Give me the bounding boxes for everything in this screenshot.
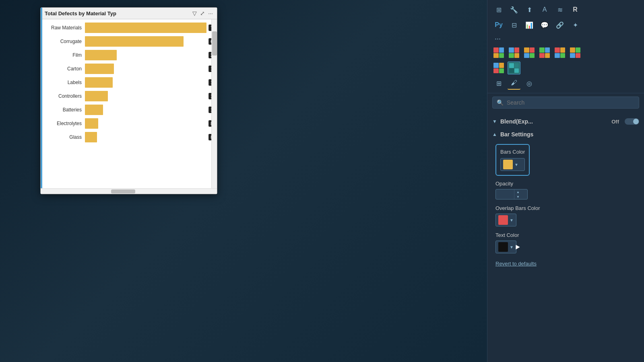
toolbar-icon-py[interactable]: Py [492,19,505,31]
colored-icon-2[interactable] [508,46,520,59]
bar-row: Corrugate624,441,951 [45,36,206,47]
toolbar-row-5 [492,62,639,74]
chart-window: Total Defects by Material Typ ▽ ⤢ ··· Ra… [40,7,217,194]
bar-value: 183,895,707 [208,66,211,72]
bar-value: 116,991,949 [208,107,211,113]
bar-container: 144,190,118 [85,91,206,101]
more-icon[interactable]: ··· [208,10,213,16]
text-color-picker[interactable]: ▼ [495,241,516,253]
blend-toggle[interactable] [625,118,639,125]
opacity-input[interactable]: 100 [496,190,514,199]
bar-fill [85,23,206,33]
colored-icon-6[interactable] [569,46,582,59]
search-input[interactable] [507,99,635,106]
blend-off-text: Off [611,119,619,125]
bar-settings-label: Bar Settings [500,131,533,138]
scrollbar-thumb [212,31,217,56]
toolbar-icon-3[interactable]: ⬆ [523,3,536,16]
toolbar-icon-4[interactable]: A [538,3,551,16]
toolbar-icon-8[interactable]: 💬 [538,19,551,31]
text-color-swatch [498,242,508,252]
blend-label: Blend(Exp... [500,118,533,125]
bar-fill [85,132,97,142]
bar-fill [85,91,108,101]
bar-label: Glass [45,134,82,140]
bar-fill [85,118,98,129]
toolbar-icon-6[interactable]: ⊟ [508,19,520,31]
text-color-row: Text Color ▼ [495,232,639,253]
bars-color-label: Bars Color [500,149,525,155]
bar-container: 200,395,634 [85,50,206,60]
chart-titlebar-icons: ▽ ⤢ ··· [192,10,213,16]
bar-row: Carton183,895,707 [45,64,206,74]
bar-container: 183,895,707 [85,64,206,74]
bar-row: Film200,395,634 [45,50,206,60]
colored-icon-8[interactable] [508,62,520,74]
toolbar-row-4 [492,46,639,59]
chart-area: Raw Materials770,580,317Corrugate624,441… [41,19,211,188]
bar-fill [85,50,117,60]
text-color-dropdown-arrow: ▼ [510,245,514,249]
colored-icon-5[interactable] [553,46,566,59]
opacity-spin-down[interactable]: ▼ [514,194,522,199]
opacity-spin-btns: ▲ ▼ [514,189,522,199]
colored-icon-3[interactable] [523,46,536,59]
colored-icon-7[interactable] [492,62,505,74]
overlap-color-picker[interactable]: ▼ [495,214,516,226]
opacity-spin-up[interactable]: ▲ [514,189,522,194]
blend-section-header[interactable]: ▼ Blend(Exp... Off [492,115,639,128]
bar-label: Corrugate [45,39,82,44]
bar-label: Raw Materials [45,25,82,31]
bar-container: 85,454,927 [85,118,206,129]
bar-settings-content: Bars Color ▼ Opacity 100 ▲ ▼ [492,141,639,272]
toolbar-icon-r[interactable]: R [569,3,582,16]
overlap-color-swatch [498,215,508,225]
settings-content: ▼ Blend(Exp... Off ▲ Bar Settings Bars C… [487,112,644,362]
bars-color-picker[interactable]: ▼ [500,158,525,171]
blend-toggle-thumb [633,119,639,124]
toolbar-icon-10[interactable]: ✦ [569,19,582,31]
bar-value: 200,395,634 [208,52,211,58]
bar-label: Batteries [45,107,82,113]
bar-row: Labels177,089,467 [45,77,206,88]
toolbar-icon-7[interactable]: 📊 [523,19,536,31]
expand-icon[interactable]: ⤢ [200,10,205,16]
bar-row: Batteries116,991,949 [45,105,206,115]
search-bar[interactable]: 🔍 [492,97,639,109]
filter-icon[interactable]: ▽ [192,10,197,16]
colored-icon-1[interactable] [492,46,505,59]
bar-fill [85,77,113,88]
toolbar-row-2: Py ⊟ 📊 💬 🔗 ✦ [492,19,639,31]
toolbar-icon-9[interactable]: 🔗 [553,19,566,31]
bar-row: Controllers144,190,118 [45,91,206,101]
toolbar-icon-1[interactable]: ⊞ [492,3,505,16]
toolbar-icon-2[interactable]: 🔧 [508,3,520,16]
toolbar-row-3: ··· [492,34,639,44]
bar-container: 81,694,271 [85,132,206,142]
chart-bottom-scrollbar[interactable] [41,188,217,194]
bar-label: Film [45,52,82,58]
toolbar-row-1: ⊞ 🔧 ⬆ A ≋ R [492,3,639,16]
bar-label: Carton [45,66,82,72]
opacity-row: Opacity 100 ▲ ▼ [495,181,639,200]
bar-row: Glass81,694,271 [45,132,206,142]
revert-button[interactable]: Revert to defaults [495,259,537,268]
blend-chevron: ▼ [492,119,497,124]
brush-icon[interactable]: 🖌 [508,77,520,90]
bar-container: 116,991,949 [85,105,206,115]
opacity-input-wrapper: 100 ▲ ▼ [495,189,528,200]
bar-value: 770,580,317 [208,25,211,31]
chart-scrollbar[interactable] [211,19,217,188]
donut-icon[interactable]: ◎ [523,77,536,90]
colored-icon-4[interactable] [538,46,551,59]
toolbar-icon-5[interactable]: ≋ [553,3,566,16]
bar-value: 81,694,271 [208,134,211,140]
bar-label: Labels [45,80,82,85]
chart-title: Total Defects by Material Typ [45,10,192,16]
bar-settings-header[interactable]: ▲ Bar Settings [492,128,639,141]
h-scrollbar-thumb [111,189,135,193]
bar-label: Electrolytes [45,121,82,126]
opacity-label: Opacity [495,181,639,187]
table-icon[interactable]: ⊞ [492,77,505,90]
bar-fill [85,64,114,74]
